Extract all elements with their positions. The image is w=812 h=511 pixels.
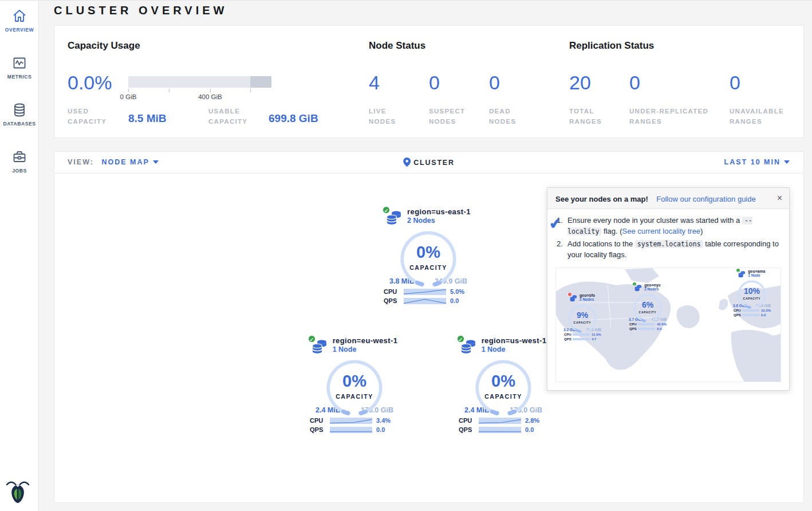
time-range-dropdown[interactable]: LAST 10 MIN [724,158,790,166]
locality-name: geo=ams [748,269,766,273]
step-text: Ensure every node in your cluster was st… [567,215,780,237]
qps-sparkline [573,338,590,340]
locality-name: geo=nyc [644,283,661,287]
page-title: CLUSTER OVERVIEW [54,4,227,17]
capacity-tick-label: 0 GiB [120,93,137,100]
sidebar-item-label: OVERVIEW [0,27,39,33]
sidebar-item-jobs[interactable]: JOBS [0,141,39,174]
cpu-sparkline [742,309,759,312]
node-map-config-popup: See your nodes on a map! Follow our conf… [547,187,790,391]
capacity-bar [128,76,271,88]
node-display-eu-west-1: ✓ region=eu-west-1 1 Node 0% [303,336,406,433]
capacity-gauge: 0% CAPACITY [325,358,384,415]
capacity-percent: 0% [399,243,458,262]
under-replicated-ranges-label: UNDER-REPLICATED RANGES [629,107,721,127]
capacity-gauge: 0% CAPACITY [474,358,533,415]
capacity-label: CAPACITY [633,310,663,314]
mini-node-display-sfo: ! geo=sfo 2 Nodes [561,293,604,341]
locality-name: region=eu-west-1 [333,336,398,345]
cpu-value: 5.0% [450,288,473,295]
time-range-label: LAST 10 MIN [724,158,781,166]
sidebar-item-overview[interactable]: OVERVIEW [0,1,39,33]
capacity-percent: 6% [633,300,663,309]
database-icon [0,103,39,117]
locality-nodes: 2 Nodes [644,287,661,291]
locality-nodes-link[interactable]: 1 Node [482,345,547,353]
usable-capacity-label: USABLE CAPACITY [208,107,260,127]
node-display-us-west-1: ✓ region=us-west-1 1 Node 0% [452,336,555,433]
locality-name: region=us-east-1 [407,207,471,216]
popup-step-1: 1. Ensure every node in your cluster was… [557,215,780,237]
cpu-label: CPU [384,288,400,295]
capacity-percent: 0% [325,372,384,391]
used-capacity-value: 8.5 MiB [128,112,167,125]
qps-value: 0.0 [657,327,666,331]
mini-node-display-nyc: ✓ geo=nyc 2 Nodes [626,283,669,331]
qps-label: QPS [384,297,400,304]
sidebar-item-metrics[interactable]: METRICS [0,48,39,80]
qps-value: 4.7 [592,337,601,341]
sidebar-item-label: DATABASES [0,121,39,127]
step-text-part: flag. ( [604,227,622,235]
breadcrumb-label: CLUSTER [413,159,455,167]
usable-capacity-value: 699.8 GiB [269,112,318,125]
locality-nodes-link[interactable]: 2 Nodes [407,217,471,225]
qps-sparkline [479,427,521,433]
chevron-down-icon[interactable] [153,160,159,164]
capacity-gauge: 0% CAPACITY [399,229,458,286]
suspect-nodes-value: 0 [429,72,440,94]
view-mode-dropdown[interactable]: NODE MAP [101,158,149,166]
view-label: VIEW: [68,158,94,166]
live-nodes-label: LIVE NODES [369,107,409,127]
cockroachdb-logo[interactable] [6,478,30,505]
cpu-sparkline [573,333,590,336]
cpu-value: 3.4% [376,417,399,424]
capacity-percent: 10% [737,286,767,296]
qps-label: QPS [564,337,571,341]
locality-name: region=us-west-1 [482,336,547,345]
cpu-sparkline [479,418,521,424]
live-nodes-value: 4 [369,72,380,94]
cpu-sparkline [404,289,446,295]
cpu-value: 2.8% [525,417,548,424]
map-pin-icon [403,158,411,167]
capacity-tick [169,89,170,92]
popup-step-2: 2. Add locations to the system.locations… [557,239,780,261]
capacity-gauge: 9% CAPACITY [567,304,597,332]
dead-nodes-label: DEAD NODES [489,107,523,127]
node-display-us-east-1: ✓ region=us-east-1 2 Nodes 0% [377,207,480,304]
node-map-panel: VIEW: NODE MAP CLUSTER LAST 10 MIN ✓ [54,151,804,503]
qps-sparkline [330,427,372,433]
qps-value: 0.0 [450,297,473,304]
capacity-bar-segment [250,76,271,88]
sidebar-item-databases[interactable]: DATABASES [0,95,39,127]
qps-label: QPS [629,327,636,331]
close-icon[interactable]: × [777,193,782,203]
locality-tree-link[interactable]: See current locality tree [622,227,701,235]
used-capacity-label: USED CAPACITY [68,107,117,127]
metrics-icon [0,56,39,70]
capacity-tick [250,89,251,92]
step-number: 2. [557,239,565,261]
cpu-sparkline [330,418,372,424]
locality-breadcrumb[interactable]: CLUSTER [403,158,455,167]
locality-nodes-link[interactable]: 1 Node [333,345,398,353]
sidebar: OVERVIEW METRICS DATABASES JOBS [0,1,39,511]
qps-value: 0.0 [525,426,548,433]
capacity-label: CAPACITY [399,264,458,271]
popup-header: See your nodes on a map! Follow our conf… [547,188,789,209]
sidebar-item-label: JOBS [0,168,39,174]
cpu-label: CPU [459,417,475,424]
healthy-check-icon: ✓ [308,335,316,343]
configuration-guide-link[interactable]: Follow our configuration guide [656,195,755,203]
qps-value: 0.0 [376,426,399,433]
mini-node-display-ams: ✓ geo=ams 1 Node [730,269,774,317]
unavailable-ranges-value: 0 [730,72,740,94]
capacity-label: CAPACITY [567,321,597,324]
locality-nodes: 1 Node [748,273,766,277]
briefcase-icon [0,150,39,164]
cluster-summary-panel: Capacity Usage 0.0% 0 GiB 400 GiB USED C… [54,25,804,138]
sidebar-item-label: METRICS [0,74,39,80]
cpu-sparkline [638,323,655,325]
under-replicated-ranges-value: 0 [629,72,640,94]
